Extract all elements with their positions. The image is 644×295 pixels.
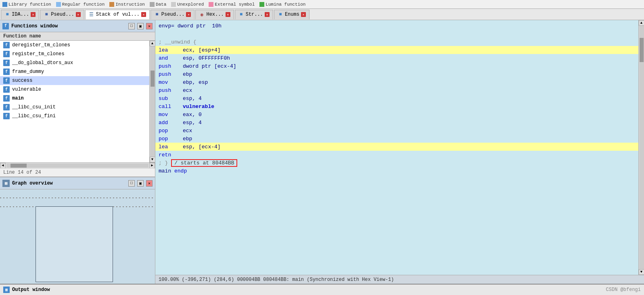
output-window-icon: ▦ <box>3 287 10 293</box>
graph-restore-btn[interactable]: ▣ <box>137 180 144 187</box>
tab-stack-close[interactable]: ✕ <box>141 12 146 17</box>
code-text: envp= dword ptr 10h <box>159 23 222 29</box>
legend-bar: Library function Regular function Instru… <box>0 0 644 9</box>
pseudo2-icon: ■ <box>154 12 160 17</box>
functions-minimize-btn[interactable]: □ <box>128 23 135 29</box>
func-icon-5: f <box>3 86 10 93</box>
tab-enums-label: Enums <box>285 12 299 17</box>
list-item[interactable]: f __libc_csu_fini <box>0 112 149 120</box>
annotation-box: / starts at 80484BB <box>171 159 237 167</box>
functions-window-title: Functions window <box>11 23 126 29</box>
code-text: dword ptr [ecx-4] <box>183 63 236 69</box>
code-text: ebp <box>183 136 192 142</box>
tab-hex[interactable]: ◉ Hex... ✕ <box>195 10 234 19</box>
legend-external-dot <box>209 2 213 7</box>
instr-mov2: mov <box>159 112 183 118</box>
tab-enums-close[interactable]: ✕ <box>301 12 306 17</box>
csdn-watermark: CSDN @bfengi <box>606 287 641 293</box>
func-name-1: register_tm_clones <box>12 51 65 57</box>
code-area[interactable]: envp= dword ptr 10h ; __unwind { lea ecx… <box>155 20 638 275</box>
code-line: retn <box>155 151 638 159</box>
tab-enums[interactable]: ■ Enums ✕ <box>274 10 309 19</box>
reg-ecx: ecx, [esp+4] <box>183 47 221 53</box>
legend-lumina-dot <box>259 2 264 7</box>
code-line: pop ecx <box>155 127 638 135</box>
func-name-6: main <box>12 96 24 101</box>
tab-pseudo2-close[interactable]: ✕ <box>186 12 191 17</box>
list-item[interactable]: f register_tm_clones <box>0 50 149 58</box>
code-scroll-up-btn[interactable]: ▲ <box>639 20 644 26</box>
code-line: pop ebp <box>155 135 638 143</box>
functions-close-btn[interactable]: ✕ <box>146 23 153 29</box>
graph-minimize-btn[interactable]: □ <box>128 180 135 187</box>
graph-close-btn[interactable]: ✕ <box>146 180 153 187</box>
list-item[interactable]: f success <box>0 76 149 85</box>
code-scroll-down-btn[interactable]: ▼ <box>639 269 644 275</box>
line-counter: Line 14 of 24 <box>0 168 155 177</box>
legend-instruction-label: Instruction <box>115 2 145 7</box>
scroll-down-btn[interactable]: ▼ <box>150 157 155 162</box>
status-text: 100.00% (-396,271) (284,6) 000004BB 0804… <box>159 277 394 283</box>
instr-mov: mov <box>159 79 183 85</box>
code-line-highlighted2: lea esp, [ecx-4] <box>155 143 638 151</box>
legend-library: Library function <box>2 2 51 7</box>
functions-horiz-scroll[interactable]: ◄ ► <box>0 162 155 168</box>
functions-section: f Functions window □ ▣ ✕ Function name f… <box>0 20 155 177</box>
code-line: push dword ptr [ecx-4] <box>155 62 638 70</box>
func-name-5: vulnerable <box>12 87 41 92</box>
graph-dots-top <box>0 189 155 206</box>
code-line-highlighted: lea ecx, [esp+4] <box>155 46 638 54</box>
func-icon-6: f <box>3 95 10 102</box>
code-text: ecx <box>183 128 192 134</box>
graph-main-box <box>36 206 113 282</box>
instr-lea: lea <box>159 47 183 53</box>
list-item[interactable]: f __libc_csu_init <box>0 103 149 112</box>
tab-pseudo2[interactable]: ■ Pseud... ✕ <box>151 10 195 19</box>
list-item[interactable]: f vulnerable <box>0 85 149 94</box>
legend-regular-label: Regular function <box>62 2 105 7</box>
tab-ida-close[interactable]: ✕ <box>31 12 36 17</box>
func-call-vulnerable: vulnerable <box>183 104 214 110</box>
func-icon-8: f <box>3 113 10 119</box>
scroll-up-btn[interactable]: ▲ <box>150 41 155 46</box>
list-item[interactable]: f __do_global_dtors_aux <box>0 58 149 67</box>
func-name-3: frame_dummy <box>12 69 44 75</box>
tab-hex-close[interactable]: ✕ <box>226 12 230 17</box>
list-item[interactable]: f main <box>0 94 149 103</box>
function-list[interactable]: f deregister_tm_clones f register_tm_clo… <box>0 41 149 162</box>
tab-str[interactable]: ■ Str... ✕ <box>235 10 273 19</box>
code-line: main endp <box>155 167 638 175</box>
tab-str-label: Str... <box>246 12 263 17</box>
legend-data-label: Data <box>156 2 166 7</box>
code-text: esp, 0FFFFFFF0h <box>183 55 230 61</box>
enums-icon: ■ <box>278 12 283 17</box>
tab-ida[interactable]: ■ IDA... ✕ <box>1 10 39 19</box>
code-text: esp, [ecx-4] <box>183 144 221 150</box>
func-icon-1: f <box>3 51 10 57</box>
legend-data-dot <box>150 2 155 7</box>
legend-regular: Regular function <box>56 2 105 7</box>
list-item[interactable]: f deregister_tm_clones <box>0 41 149 50</box>
tab-pseudo1[interactable]: ■ Pseud... ✕ <box>40 10 84 19</box>
code-text: eax, 0 <box>183 112 202 118</box>
tab-stack[interactable]: ☰ Stack of vul... ✕ <box>85 10 150 19</box>
right-panel: envp= dword ptr 10h ; __unwind { lea ecx… <box>155 20 644 284</box>
list-item[interactable]: f frame_dummy <box>0 67 149 76</box>
legend-unexplored-dot <box>171 2 176 7</box>
tab-pseudo1-close[interactable]: ✕ <box>76 12 81 17</box>
functions-restore-btn[interactable]: ▣ <box>137 23 144 29</box>
code-line-blank <box>155 30 638 38</box>
tab-str-close[interactable]: ✕ <box>265 12 270 17</box>
code-scrollbar[interactable]: ▲ ▼ <box>638 20 644 275</box>
str-icon: ■ <box>238 12 244 17</box>
horiz-scroll-thumb <box>10 164 27 168</box>
tab-ida-label: IDA... <box>12 12 29 17</box>
code-line: push ecx <box>155 86 638 94</box>
horiz-scroll-right-btn[interactable]: ► <box>149 163 155 168</box>
functions-scrollbar[interactable]: ▲ ▼ <box>149 41 155 162</box>
endp-text: endp <box>171 168 187 174</box>
main-endp: main <box>159 168 171 174</box>
horiz-scroll-left-btn[interactable]: ◄ <box>0 163 6 168</box>
tab-bar: ■ IDA... ✕ ■ Pseud... ✕ ☰ Stack of vul..… <box>0 9 644 20</box>
function-name-column-header: Function name <box>0 32 155 41</box>
